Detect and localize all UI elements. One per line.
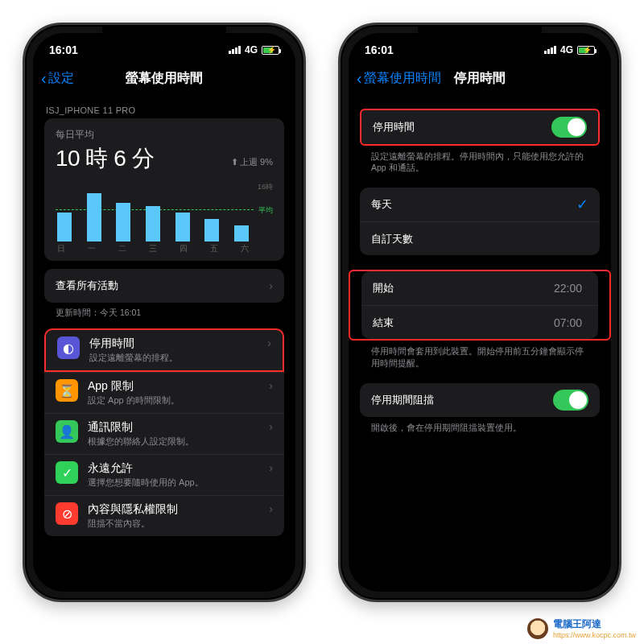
screen-left: 16:01 4G ⚡ ‹ 設定 螢幕使用時間 ISJ_IPHONE 11 PRO… xyxy=(33,33,295,592)
start-value: 22:00 xyxy=(554,282,582,295)
downtime-note: 設定遠離螢幕的排程。停用時間內，只能使用您允許的 App 和通話。 xyxy=(349,146,611,173)
trend-label: ⬆上週 9% xyxy=(231,156,273,168)
chart-avg-label: 平均 xyxy=(258,205,273,216)
chevron-left-icon: ‹ xyxy=(357,69,362,88)
watermark: 電腦王阿達 https://www.kocpc.com.tw xyxy=(527,617,636,639)
back-button[interactable]: ‹ 設定 xyxy=(38,68,77,89)
end-time-row[interactable]: 結束 07:00 xyxy=(361,305,598,339)
status-time: 16:01 xyxy=(49,43,78,56)
settings-item-check[interactable]: ✓永遠允許選擇您想要隨時使用的 App。› xyxy=(44,454,284,495)
see-all-label: 查看所有活動 xyxy=(56,279,118,293)
chevron-right-icon: › xyxy=(269,502,273,515)
chart-bar xyxy=(175,213,190,242)
item-sub: 選擇您想要隨時使用的 App。 xyxy=(88,477,204,489)
item-title: App 限制 xyxy=(88,379,180,394)
chart-bar xyxy=(204,219,219,242)
item-title: 永遠允許 xyxy=(88,461,204,476)
chart-xtick: 五 xyxy=(210,243,218,254)
chart-xtick: 六 xyxy=(241,243,249,254)
time-note: 停用時間會套用到此裝置。開始停用前五分鐘會顯示停用時間提醒。 xyxy=(349,341,611,368)
chart-bars xyxy=(56,190,250,242)
item-sub: 根據您的聯絡人設定限制。 xyxy=(88,436,194,448)
downtime-toggle-row[interactable]: 停用時間 xyxy=(360,109,600,146)
settings-list: ◐停用時間設定遠離螢幕的排程。›⏳App 限制設定 App 的時間限制。›👤通訊… xyxy=(33,328,295,536)
screen-right: 16:01 4G ⚡ ‹ 螢幕使用時間 停用時間 停用時間 設定遠離螢幕的排程。… xyxy=(349,33,611,592)
item-title: 內容與隱私權限制 xyxy=(88,502,178,517)
schedule-mode-group: 每天 ✓ 自訂天數 xyxy=(349,188,611,255)
notch xyxy=(102,25,226,46)
chart-ymax: 16時 xyxy=(258,182,273,192)
settings-item-moon[interactable]: ◐停用時間設定遠離螢幕的排程。› xyxy=(44,328,284,372)
chart-xtick: 二 xyxy=(118,243,126,254)
item-title: 通訊限制 xyxy=(88,420,194,435)
item-title: 停用時間 xyxy=(89,336,178,351)
moon-icon: ◐ xyxy=(57,336,80,359)
end-value: 07:00 xyxy=(554,316,582,329)
chart-xaxis: 日一二三四五六 xyxy=(56,243,250,254)
battery-icon: ⚡ xyxy=(262,46,279,55)
item-sub: 設定遠離螢幕的排程。 xyxy=(89,352,178,364)
watermark-url: https://www.kocpc.com.tw xyxy=(553,631,636,639)
daily-average-label: 每日平均 xyxy=(56,128,273,142)
chart-bar xyxy=(146,206,160,242)
chart-bar xyxy=(87,193,101,242)
arrow-up-icon: ⬆ xyxy=(231,157,238,167)
back-label: 設定 xyxy=(48,70,74,87)
chart-xtick: 一 xyxy=(88,243,96,254)
person-icon: 👤 xyxy=(56,420,78,443)
phone-left: 16:01 4G ⚡ ‹ 設定 螢幕使用時間 ISJ_IPHONE 11 PRO… xyxy=(23,23,306,602)
watermark-name: 電腦王阿達 xyxy=(553,618,601,630)
chart-bar xyxy=(57,213,72,242)
chevron-right-icon: › xyxy=(269,279,273,292)
time-range-group: 開始 22:00 結束 07:00 xyxy=(349,270,611,341)
battery-icon: ⚡ xyxy=(577,46,595,55)
custom-days-row[interactable]: 自訂天數 xyxy=(360,221,600,255)
watermark-avatar-icon xyxy=(527,618,548,639)
chart-xtick: 四 xyxy=(180,243,188,254)
settings-item-person[interactable]: 👤通訊限制根據您的聯絡人設定限制。› xyxy=(44,413,284,454)
end-label: 結束 xyxy=(373,316,394,330)
every-day-row[interactable]: 每天 ✓ xyxy=(360,188,600,221)
item-sub: 阻擋不當內容。 xyxy=(88,518,178,530)
chevron-right-icon: › xyxy=(267,336,271,349)
block-toggle[interactable] xyxy=(553,390,588,411)
chart-bar xyxy=(234,225,249,242)
chart-xtick: 日 xyxy=(57,243,65,254)
network-label: 4G xyxy=(245,44,258,56)
chevron-right-icon: › xyxy=(269,420,273,433)
daily-average-card[interactable]: 每日平均 10 時 6 分 ⬆上週 9% 16時 平均 日一二三四五六 xyxy=(44,118,284,261)
see-all-activity-row[interactable]: 查看所有活動 › xyxy=(44,269,284,303)
settings-item-hourglass[interactable]: ⏳App 限制設定 App 的時間限制。› xyxy=(44,372,284,413)
item-sub: 設定 App 的時間限制。 xyxy=(88,394,180,407)
start-label: 開始 xyxy=(373,281,394,295)
downtime-toggle-label: 停用時間 xyxy=(373,120,415,134)
nav-bar: ‹ 設定 螢幕使用時間 xyxy=(33,62,295,94)
chevron-right-icon: › xyxy=(269,461,273,474)
every-day-label: 每天 xyxy=(371,197,392,212)
start-time-row[interactable]: 開始 22:00 xyxy=(361,271,598,305)
block-toggle-label: 停用期間阻擋 xyxy=(371,393,434,407)
hourglass-icon: ⏳ xyxy=(56,379,78,402)
settings-item-nosign[interactable]: ⊘內容與隱私權限制阻擋不當內容。› xyxy=(44,495,284,536)
notch xyxy=(418,25,542,46)
last-updated: 更新時間：今天 16:01 xyxy=(33,303,295,319)
chevron-right-icon: › xyxy=(269,379,273,392)
usage-chart: 16時 平均 日一二三四五六 xyxy=(56,182,273,254)
custom-days-label: 自訂天數 xyxy=(371,232,413,246)
back-button[interactable]: ‹ 螢幕使用時間 xyxy=(353,68,444,89)
signal-icon xyxy=(229,46,241,54)
checkmark-icon: ✓ xyxy=(576,196,588,213)
downtime-toggle[interactable] xyxy=(551,117,587,138)
nav-bar: ‹ 螢幕使用時間 停用時間 xyxy=(349,62,611,94)
chevron-left-icon: ‹ xyxy=(41,69,47,88)
nosign-icon: ⊘ xyxy=(56,502,78,525)
block-toggle-row[interactable]: 停用期間阻擋 xyxy=(360,383,600,417)
signal-icon xyxy=(544,46,556,54)
phone-right: 16:01 4G ⚡ ‹ 螢幕使用時間 停用時間 停用時間 設定遠離螢幕的排程。… xyxy=(338,23,621,602)
network-label: 4G xyxy=(560,44,573,56)
block-note: 開啟後，會在停用期間阻擋裝置使用。 xyxy=(349,417,611,433)
status-time: 16:01 xyxy=(365,43,394,56)
chart-bar xyxy=(116,203,130,242)
back-label: 螢幕使用時間 xyxy=(364,70,441,87)
device-header: ISJ_IPHONE 11 PRO xyxy=(33,94,295,118)
